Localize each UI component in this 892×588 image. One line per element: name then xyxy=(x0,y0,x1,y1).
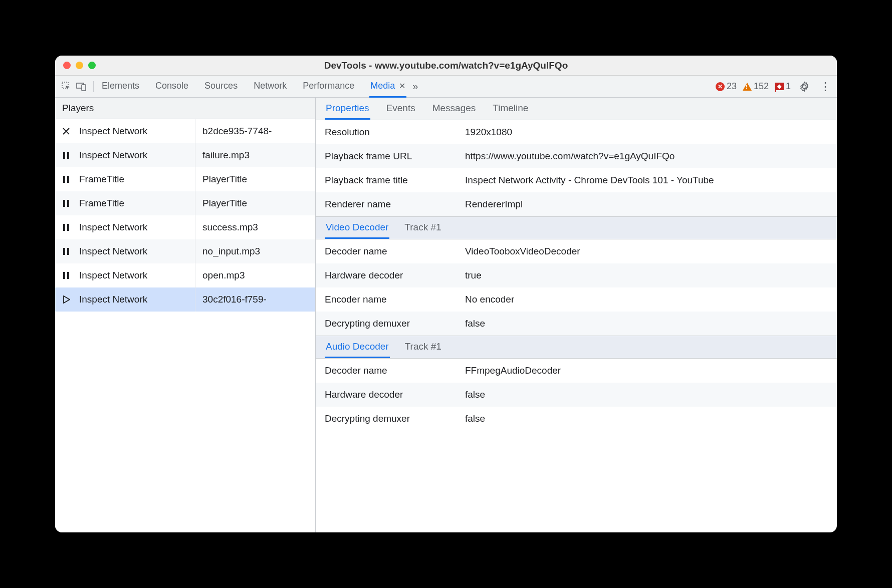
video-decoder-section-header: Video Decoder Track #1 xyxy=(316,216,837,239)
subtab-events[interactable]: Events xyxy=(385,98,416,120)
property-name: Hardware decoder xyxy=(325,389,465,400)
property-name: Playback frame title xyxy=(325,175,465,186)
minimize-window-button[interactable] xyxy=(76,62,83,69)
tab-performance[interactable]: Performance xyxy=(302,76,355,98)
player-row[interactable]: FrameTitlePlayerTitle xyxy=(55,167,315,191)
pause-icon xyxy=(55,271,77,279)
property-name: Hardware decoder xyxy=(325,270,465,281)
property-value: true xyxy=(465,270,828,281)
tab-media[interactable]: Media✕ xyxy=(369,76,406,98)
player-title: PlayerTitle xyxy=(195,174,315,185)
svg-rect-7 xyxy=(63,200,65,207)
audio-decoder-tab[interactable]: Audio Decoder xyxy=(325,336,390,358)
audio-track-tab[interactable]: Track #1 xyxy=(404,336,442,358)
errors-badge[interactable]: ✕ 23 xyxy=(716,81,737,92)
player-frame-title: Inspect Network xyxy=(77,215,195,239)
player-row[interactable]: Inspect Networkno_input.mp3 xyxy=(55,239,315,263)
players-list: Inspect Networkb2dce935-7748-Inspect Net… xyxy=(55,119,315,312)
tab-elements[interactable]: Elements xyxy=(101,76,140,98)
property-row: Decrypting demuxerfalse xyxy=(316,407,837,431)
subtab-properties[interactable]: Properties xyxy=(325,98,370,120)
player-row[interactable]: Inspect Networkb2dce935-7748- xyxy=(55,119,315,143)
player-frame-title: Inspect Network xyxy=(77,119,195,143)
property-value: VideoTooboxVideoDecoder xyxy=(465,246,828,257)
property-value: false xyxy=(465,389,828,400)
player-frame-title: Inspect Network xyxy=(77,287,195,312)
player-title: success.mp3 xyxy=(195,222,315,233)
player-row[interactable]: Inspect Networkopen.mp3 xyxy=(55,263,315,287)
svg-rect-13 xyxy=(63,272,65,279)
property-name: Decrypting demuxer xyxy=(325,413,465,424)
panel-body: Players Inspect Networkb2dce935-7748-Ins… xyxy=(55,98,837,532)
player-title: b2dce935-7748- xyxy=(195,126,315,137)
pause-icon xyxy=(55,199,77,207)
player-row[interactable]: Inspect Network30c2f016-f759- xyxy=(55,287,315,312)
player-frame-title: FrameTitle xyxy=(77,167,195,191)
audio-decoder-rows: Decoder nameFFmpegAudioDecoderHardware d… xyxy=(316,359,837,431)
device-toolbar-icon[interactable] xyxy=(74,79,89,94)
maximize-window-button[interactable] xyxy=(88,62,96,69)
svg-rect-12 xyxy=(67,248,69,255)
pause-icon xyxy=(55,247,77,255)
audio-decoder-section-header: Audio Decoder Track #1 xyxy=(316,336,837,359)
property-name: Renderer name xyxy=(325,199,465,210)
play-icon xyxy=(55,296,77,304)
property-name: Decoder name xyxy=(325,365,465,376)
more-options-button[interactable]: ⋮ xyxy=(818,80,833,93)
property-row: Playback frame titleInspect Network Acti… xyxy=(316,168,837,192)
player-row[interactable]: FrameTitlePlayerTitle xyxy=(55,191,315,215)
close-window-button[interactable] xyxy=(63,62,71,69)
player-title: failure.mp3 xyxy=(195,150,315,161)
subtab-messages[interactable]: Messages xyxy=(431,98,477,120)
pause-icon xyxy=(55,223,77,231)
svg-rect-6 xyxy=(67,176,69,183)
players-header: Players xyxy=(55,98,315,119)
pause-icon xyxy=(55,175,77,183)
video-track-tab[interactable]: Track #1 xyxy=(403,217,442,239)
player-frame-title: FrameTitle xyxy=(77,191,195,215)
panel-tabs: ElementsConsoleSourcesNetworkPerformance… xyxy=(101,76,406,98)
property-value: https://www.youtube.com/watch?v=e1gAyQuI… xyxy=(465,151,828,162)
property-name: Playback frame URL xyxy=(325,151,465,162)
tab-sources[interactable]: Sources xyxy=(203,76,239,98)
property-value: FFmpegAudioDecoder xyxy=(465,365,828,376)
window-title: DevTools - www.youtube.com/watch?v=e1gAy… xyxy=(55,60,837,71)
warning-icon xyxy=(743,83,752,91)
detail-subtabs: PropertiesEventsMessagesTimeline xyxy=(316,98,837,120)
property-value: false xyxy=(465,413,828,424)
issue-icon: ◆ xyxy=(775,83,784,90)
players-panel: Players Inspect Networkb2dce935-7748-Ins… xyxy=(55,98,316,532)
property-row: Decoder nameVideoTooboxVideoDecoder xyxy=(316,239,837,263)
close-tab-icon[interactable]: ✕ xyxy=(399,81,405,91)
property-name: Decrypting demuxer xyxy=(325,318,465,329)
player-title: 30c2f016-f759- xyxy=(195,294,315,305)
separator xyxy=(93,81,94,92)
subtab-timeline[interactable]: Timeline xyxy=(492,98,529,120)
traffic-lights xyxy=(63,62,96,69)
video-decoder-tab[interactable]: Video Decoder xyxy=(325,217,389,239)
svg-rect-4 xyxy=(67,152,69,159)
property-name: Decoder name xyxy=(325,246,465,257)
property-row: Decoder nameFFmpegAudioDecoder xyxy=(316,359,837,383)
property-row: Hardware decodertrue xyxy=(316,263,837,287)
warnings-badge[interactable]: 152 xyxy=(743,81,769,92)
player-frame-title: Inspect Network xyxy=(77,143,195,167)
inspect-element-icon[interactable] xyxy=(59,79,74,94)
property-name: Encoder name xyxy=(325,294,465,305)
issues-count: 1 xyxy=(786,81,791,92)
property-row: Renderer nameRendererImpl xyxy=(316,192,837,216)
issues-badge[interactable]: ◆ 1 xyxy=(775,81,791,92)
settings-button[interactable] xyxy=(797,79,812,94)
tab-network[interactable]: Network xyxy=(253,76,288,98)
general-properties: Resolution1920x1080Playback frame URLhtt… xyxy=(316,120,837,216)
more-tabs-icon[interactable]: » xyxy=(412,81,418,92)
player-frame-title: Inspect Network xyxy=(77,263,195,287)
player-title: open.mp3 xyxy=(195,270,315,281)
property-value: Inspect Network Activity - Chrome DevToo… xyxy=(465,175,828,186)
x-icon xyxy=(55,127,77,136)
svg-rect-8 xyxy=(67,200,69,207)
player-row[interactable]: Inspect Networkfailure.mp3 xyxy=(55,143,315,167)
svg-rect-14 xyxy=(67,272,69,279)
tab-console[interactable]: Console xyxy=(154,76,189,98)
player-row[interactable]: Inspect Networksuccess.mp3 xyxy=(55,215,315,239)
